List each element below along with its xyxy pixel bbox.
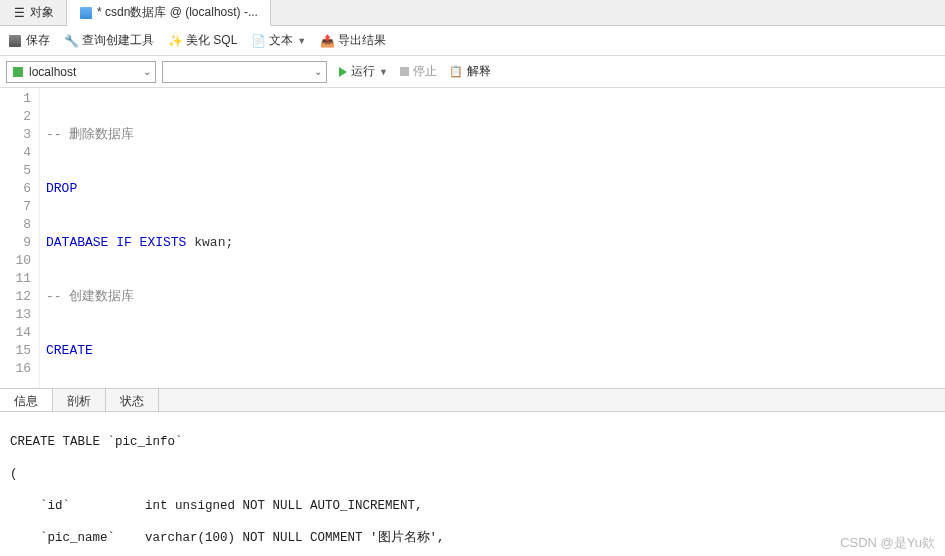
tab-info[interactable]: 信息: [0, 389, 53, 411]
beautify-label: 美化 SQL: [186, 32, 237, 49]
code-area[interactable]: -- 删除数据库 DROP DATABASE IF EXISTS kwan; -…: [40, 88, 945, 388]
stop-icon: [400, 67, 409, 76]
table-icon: [79, 6, 93, 20]
objects-icon: ☰: [12, 6, 26, 20]
watermark: CSDN @是Yu欸: [840, 534, 935, 552]
sql-editor[interactable]: 12345678910111213141516 -- 删除数据库 DROP DA…: [0, 88, 945, 388]
text-label: 文本: [269, 32, 293, 49]
text-button[interactable]: 📄 文本 ▼: [251, 32, 306, 49]
host-dropdown[interactable]: localhost ⌄: [6, 61, 156, 83]
explain-label: 解释: [467, 63, 491, 80]
toolbar: 保存 🔧 查询创建工具 ✨ 美化 SQL 📄 文本 ▼ 📤 导出结果: [0, 26, 945, 56]
save-button[interactable]: 保存: [8, 32, 50, 49]
output-line: `id` int unsigned NOT NULL AUTO_INCREMEN…: [10, 498, 935, 514]
tab-label: 对象: [30, 4, 54, 21]
top-tabs: ☰ 对象 * csdn数据库 @ (localhost) -...: [0, 0, 945, 26]
export-label: 导出结果: [338, 32, 386, 49]
stop-button: 停止: [400, 63, 437, 80]
chevron-down-icon: ⌄: [314, 66, 322, 77]
output-panel[interactable]: CREATE TABLE `pic_info` ( `id` int unsig…: [0, 412, 945, 556]
tab-label: * csdn数据库 @ (localhost) -...: [97, 4, 258, 21]
explain-button[interactable]: 📋 解释: [449, 63, 491, 80]
run-button[interactable]: 运行 ▼: [339, 63, 388, 80]
database-dropdown[interactable]: ⌄: [162, 61, 327, 83]
chevron-down-icon: ⌄: [143, 66, 151, 77]
output-line: `pic_name` varchar(100) NOT NULL COMMENT…: [10, 530, 935, 546]
disk-icon: [8, 34, 22, 48]
output-line: CREATE TABLE `pic_info`: [10, 434, 935, 450]
chevron-down-icon: ▼: [297, 36, 306, 46]
line-gutter: 12345678910111213141516: [0, 88, 40, 388]
save-label: 保存: [26, 32, 50, 49]
tab-objects[interactable]: ☰ 对象: [0, 0, 67, 25]
host-value: localhost: [29, 65, 76, 79]
play-icon: [339, 67, 347, 77]
export-button[interactable]: 📤 导出结果: [320, 32, 386, 49]
chevron-down-icon: ▼: [379, 67, 388, 77]
tab-query[interactable]: * csdn数据库 @ (localhost) -...: [67, 0, 271, 26]
export-icon: 📤: [320, 34, 334, 48]
builder-icon: 🔧: [64, 34, 78, 48]
text-icon: 📄: [251, 34, 265, 48]
builder-label: 查询创建工具: [82, 32, 154, 49]
plug-icon: [11, 65, 25, 79]
connection-bar: localhost ⌄ ⌄ 运行 ▼ 停止 📋 解释: [0, 56, 945, 88]
explain-icon: 📋: [449, 65, 463, 78]
beautify-sql-button[interactable]: ✨ 美化 SQL: [168, 32, 237, 49]
tab-profile[interactable]: 剖析: [53, 389, 106, 411]
tab-status[interactable]: 状态: [106, 389, 159, 411]
bottom-tabs: 信息 剖析 状态: [0, 388, 945, 412]
stop-label: 停止: [413, 63, 437, 80]
wand-icon: ✨: [168, 34, 182, 48]
run-label: 运行: [351, 63, 375, 80]
output-line: (: [10, 466, 935, 482]
query-builder-button[interactable]: 🔧 查询创建工具: [64, 32, 154, 49]
